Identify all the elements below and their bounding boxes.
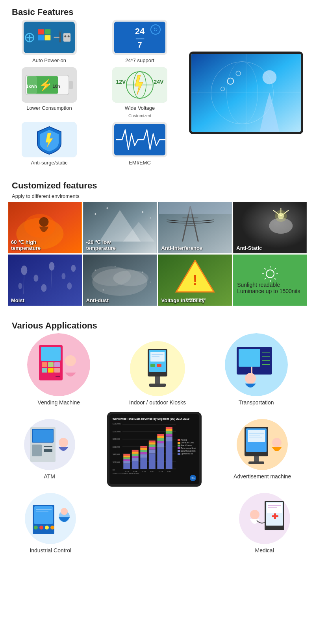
power-icon	[24, 22, 75, 53]
interference-label: Anti-interference	[158, 243, 232, 253]
feature-auto-power: Auto Power-on	[8, 20, 91, 63]
svg-point-56	[150, 218, 151, 219]
transport-label: Transportation	[239, 399, 274, 406]
apps-row-3: Industrial Control	[8, 493, 307, 561]
svg-rect-158	[132, 452, 138, 454]
custom-grid: 60 ℃ hightemperature	[8, 202, 307, 306]
svg-rect-148	[123, 464, 130, 469]
medical-label: Medical	[255, 547, 274, 554]
various-apps-content: Vending Machine	[0, 333, 315, 576]
app-advertisement: Advertisement machine	[233, 419, 291, 480]
svg-point-55	[142, 211, 143, 213]
custom-cell-low-temp: -20 ℃ lowtemperature	[83, 202, 157, 253]
vending-label: Vending Machine	[38, 399, 80, 406]
customized-content: Apply to different enviroments	[0, 193, 315, 314]
svg-point-75	[71, 265, 76, 272]
svg-point-10	[64, 35, 66, 37]
svg-rect-165	[140, 446, 147, 448]
svg-rect-180	[166, 434, 172, 437]
svg-point-54	[106, 207, 108, 209]
adv-circle	[237, 419, 288, 470]
apps-row-1: Vending Machine	[8, 333, 307, 406]
shield-icon-box	[22, 122, 77, 157]
svg-rect-155	[132, 458, 138, 461]
svg-rect-153	[123, 454, 130, 456]
svg-point-219	[250, 510, 259, 519]
power-svg	[35, 24, 75, 51]
svg-point-11	[68, 35, 70, 37]
feature-emi: EMI/EMC	[98, 122, 181, 166]
svg-rect-156	[132, 456, 138, 458]
svg-point-204	[39, 526, 43, 530]
svg-text:2019: 2019	[166, 471, 171, 472]
247-svg: 24 ━━━ 7 ↻	[114, 22, 165, 53]
voltage-icon-box: 12V 24V	[112, 67, 167, 103]
svg-rect-2	[44, 29, 50, 34]
svg-point-88	[150, 282, 151, 283]
chart-mockup: Worldwide Total Data Revenue by Segment …	[107, 412, 202, 487]
feature-247: 24 ━━━ 7 ↻ 24*7 support	[98, 20, 181, 63]
svg-rect-106	[42, 362, 47, 367]
auto-power-icon-box	[22, 20, 77, 55]
svg-rect-167	[149, 449, 156, 453]
svg-rect-161	[140, 454, 147, 458]
svg-point-78	[67, 282, 72, 290]
svg-rect-150	[123, 459, 130, 461]
svg-rect-111	[54, 368, 60, 373]
basic-features-content: Auto Power-on 24 ━━━ 7 ↻	[0, 20, 315, 173]
svg-rect-198	[248, 461, 264, 464]
svg-rect-179	[166, 436, 172, 441]
customized-features-section: Customized features Apply to different e…	[0, 173, 315, 314]
svg-text:10h: 10h	[53, 84, 60, 89]
svg-point-87	[142, 271, 143, 273]
svg-text:24V: 24V	[154, 79, 164, 85]
svg-text:1kwh: 1kwh	[26, 84, 37, 89]
svg-point-205	[45, 526, 49, 530]
basic-features-section: Basic Features	[0, 0, 315, 173]
svg-point-77	[41, 284, 46, 292]
svg-text:12V: 12V	[116, 79, 126, 85]
svg-line-102	[265, 278, 266, 279]
svg-text:2017: 2017	[149, 471, 154, 472]
svg-text:↻: ↻	[153, 26, 158, 33]
svg-rect-139	[44, 449, 52, 452]
svg-rect-121	[157, 364, 161, 367]
svg-rect-168	[149, 447, 156, 450]
industrial-svg	[25, 493, 76, 544]
svg-rect-173	[157, 443, 164, 447]
dust-label: Anti-dust	[83, 295, 157, 306]
app-industrial: Industrial Control	[25, 493, 76, 554]
vending-circle	[27, 333, 90, 396]
svg-point-74	[61, 273, 65, 279]
svg-rect-112	[56, 376, 60, 377]
emi-label: EMI/EMC	[129, 160, 151, 166]
kiosk-circle	[130, 341, 185, 396]
features-grid: Auto Power-on 24 ━━━ 7 ↻	[8, 20, 181, 166]
svg-point-53	[94, 213, 96, 215]
feature-shield: Anti-surge/static	[8, 122, 91, 166]
svg-rect-20	[69, 81, 73, 89]
feature-voltage: 12V 24V Wide Voltage Customized	[98, 67, 181, 118]
svg-rect-183	[166, 427, 172, 429]
apps-row-2: ATM Worldwide Total Data Revenue by Segm…	[8, 412, 307, 487]
svg-point-199	[272, 438, 282, 447]
svg-text:!: !	[193, 272, 197, 288]
voltage-label: Wide Voltage	[125, 105, 155, 111]
custom-cell-high-temp: 60 ℃ hightemperature	[8, 202, 82, 253]
svg-rect-122	[155, 376, 160, 384]
svg-line-99	[265, 268, 266, 269]
svg-point-89	[102, 289, 104, 291]
svg-rect-172	[157, 448, 164, 469]
monitor-mockup	[189, 52, 303, 134]
svg-rect-1	[38, 29, 44, 34]
svg-point-76	[18, 283, 22, 289]
svg-rect-160	[140, 458, 147, 469]
adv-svg	[237, 419, 288, 470]
voltage-instability-label: Voltage instability	[158, 295, 232, 306]
svg-rect-177	[157, 434, 164, 436]
svg-rect-109	[42, 368, 47, 373]
svg-rect-159	[132, 450, 138, 452]
svg-rect-138	[44, 446, 52, 447]
svg-rect-193	[248, 430, 265, 442]
app-medical: Medical	[239, 493, 290, 554]
